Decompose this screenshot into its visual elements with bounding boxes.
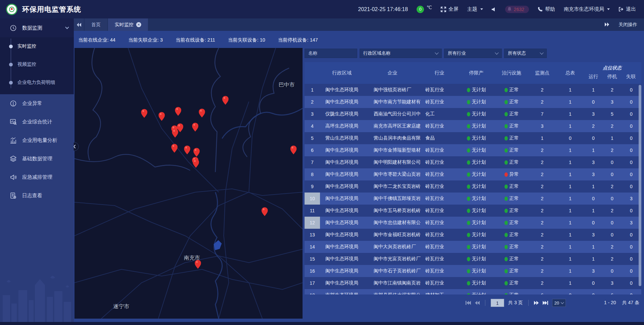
point-sub-header-2[interactable]: 失联: [622, 71, 640, 83]
map-marker-icon[interactable]: [195, 260, 201, 270]
table-row[interactable]: 1阆中生态环境局阆中强锐页岩砖厂砖瓦行业无计划正常21120: [305, 84, 641, 96]
sidebar-item-0[interactable]: 数据监测: [0, 18, 74, 37]
map-panel[interactable]: 巴中市南充市遂宁市: [74, 48, 303, 319]
map-marker-icon[interactable]: [171, 144, 177, 154]
close-icon[interactable]: ✕: [136, 22, 141, 27]
map-marker-icon[interactable]: [290, 146, 297, 156]
tabs-scroll-left-button[interactable]: [74, 18, 84, 31]
table-row[interactable]: 17阆中生态环境局阆中市江南镇阆南页岩砖瓦行业无计划正常21030: [305, 277, 641, 289]
mute-button[interactable]: [492, 7, 496, 12]
pagination-bar: 1 共 3 页 20 1 - 20 共 47 条: [305, 295, 641, 310]
map-marker-icon[interactable]: [175, 107, 181, 117]
theme-dropdown[interactable]: 主题: [467, 6, 483, 12]
map-marker-icon[interactable]: [172, 129, 178, 139]
sidebar-subitem-0-0[interactable]: 实时监控: [0, 37, 74, 55]
sidebar-subitem-0-2[interactable]: 企业电力负荷明细: [0, 73, 74, 92]
table-row[interactable]: 11阆中生态环境局阆中市五马桥页岩机砖砖瓦行业无计划正常21120: [305, 205, 641, 217]
table-row[interactable]: 15阆中生态环境局阆中市光富页岩机砖厂砖瓦行业无计划正常21120: [305, 253, 641, 265]
last-page-button[interactable]: [543, 301, 548, 305]
fullscreen-button[interactable]: 全屏: [441, 6, 459, 12]
map-marker-icon[interactable]: [199, 109, 205, 119]
table-row[interactable]: 12阆中生态环境局阆中市忠信建材有限公砖瓦行业无计划正常21003: [305, 217, 641, 229]
tabs-scroll-right-button[interactable]: [605, 22, 609, 28]
logout-button[interactable]: 退出: [619, 6, 636, 12]
map-marker-icon[interactable]: [141, 109, 148, 119]
table-scrollbar[interactable]: [639, 85, 641, 286]
table-row[interactable]: 10阆中生态环境局阆中千佛镇五郎垭页岩砖瓦行业无计划正常21003: [305, 193, 641, 205]
sidebar-item-label: 日志查看: [22, 193, 42, 199]
status-dot-icon: [504, 197, 508, 201]
sidebar-item-4[interactable]: 基础数据管理: [0, 150, 74, 168]
cell-industry: 砖瓦行业: [421, 144, 458, 156]
sidebar-subitem-0-1[interactable]: 视频监控: [0, 55, 74, 73]
industry-filter-select[interactable]: 所有行业: [444, 49, 502, 58]
tab-1[interactable]: 实时监控✕: [108, 18, 148, 31]
table-row[interactable]: 9阆中生态环境局阆中市二龙长宝页岩砖砖瓦行业无计划正常21120: [305, 180, 641, 193]
column-header-3[interactable]: 停限产: [458, 62, 495, 84]
temperature-unit: ℃: [427, 5, 432, 10]
map-marker-icon[interactable]: [193, 148, 200, 158]
sidebar-item-1[interactable]: 企业异常: [0, 94, 74, 113]
cell-company: 阆中千佛镇五郎垭页岩: [364, 193, 421, 205]
column-header-2[interactable]: 行业: [421, 62, 458, 84]
chevron-down-icon: [540, 51, 543, 54]
help-button[interactable]: 帮助: [538, 6, 555, 12]
map-marker-icon[interactable]: [193, 159, 199, 169]
right-panel: 名称 行政区域名称 所有行业 所有状态 行政区域企业行业停限产治污设施监测点总表…: [305, 48, 641, 313]
table-row[interactable]: 18南部生态环境局南部县双佳水泥有限公建材加工无计划正常60060: [305, 289, 641, 294]
sidebar-item-6[interactable]: 日志查看: [0, 186, 74, 205]
map-marker-icon[interactable]: [192, 123, 198, 133]
org-dropdown[interactable]: 南充市生态环境局: [564, 6, 610, 12]
column-header-0[interactable]: 行政区域: [320, 62, 364, 84]
table-row[interactable]: 5营山生态环境局营山县润丰肉食品有限食品无计划正常10010: [305, 132, 641, 144]
cell-total-meter: 1: [556, 156, 584, 168]
sidebar-item-5[interactable]: 应急减排管理: [0, 168, 74, 186]
region-filter-select[interactable]: 行政区域名称: [360, 49, 442, 58]
cell-run-count: 2: [584, 120, 603, 132]
cell-stop-count: 2: [603, 205, 622, 217]
column-header-4[interactable]: 治污设施: [495, 62, 528, 84]
cell-total-meter: 1: [556, 120, 584, 132]
tab-0[interactable]: 首页: [85, 18, 107, 31]
page-number-input[interactable]: 1: [491, 299, 504, 307]
table-row[interactable]: 8阆中生态环境局阆中市枣碧大梁山页岩砖瓦行业无计划异常21300: [305, 168, 641, 180]
table-row[interactable]: 3仪陇生态环境局西南油气田分公司川中化工无计划正常71350: [305, 108, 641, 120]
first-page-button[interactable]: [466, 301, 471, 305]
table-row[interactable]: 16阆中生态环境局阆中市石子页岩机砖厂砖瓦行业无计划正常21300: [305, 265, 641, 277]
tab-label: 首页: [91, 22, 101, 28]
column-header-5[interactable]: 监测点: [528, 62, 556, 84]
point-sub-header-1[interactable]: 停机: [603, 71, 622, 83]
cell-region: 高坪生态环境局: [320, 120, 364, 132]
prev-page-button[interactable]: [475, 301, 480, 305]
status-dot-icon: [467, 172, 470, 177]
column-header-1[interactable]: 企业: [364, 62, 421, 84]
map-marker-icon[interactable]: [158, 112, 165, 122]
status-dot-icon: [467, 88, 470, 92]
map-marker-icon[interactable]: [222, 96, 229, 106]
cell-stop-count: 3: [603, 96, 622, 108]
table-row[interactable]: 14阆中生态环境局阆中大兴页岩机砖厂砖瓦行业无计划正常21120: [305, 241, 641, 253]
page-size-select[interactable]: 20: [552, 299, 566, 307]
name-filter-input[interactable]: 名称: [305, 49, 357, 58]
close-operations-button[interactable]: 关闭操作: [619, 22, 637, 28]
point-sub-header-0[interactable]: 运行: [584, 71, 603, 83]
sidebar-subitem-label: 企业电力负荷明细: [17, 79, 55, 86]
cell-company: 阆中市二龙长宝页岩砖: [364, 180, 421, 193]
table-row[interactable]: 7阆中生态环境局阆中明阳建材有限公司砖瓦行业无计划正常21300: [305, 156, 641, 168]
next-page-button[interactable]: [534, 301, 539, 305]
sidebar-item-3[interactable]: 企业用电量分析: [0, 131, 74, 150]
status-filter-select[interactable]: 所有状态: [504, 49, 547, 58]
notification-badge[interactable]: 2632: [505, 6, 529, 13]
cell-total-meter: 1: [556, 144, 584, 156]
table-row[interactable]: 2阆中生态环境局阆中市南方节能建材有砖瓦行业无计划正常21030: [305, 96, 641, 108]
range-label: 1 - 20: [604, 300, 616, 306]
sidebar-item-2[interactable]: 企业综合统计: [0, 113, 74, 131]
table-row[interactable]: 6阆中生态环境局阆中市金博瑞新型墙材砖瓦行业无计划正常21120: [305, 144, 641, 156]
column-header-6[interactable]: 总表: [556, 62, 584, 84]
sidebar-item-label: 企业综合统计: [22, 119, 52, 125]
table-row[interactable]: 4高坪生态环境局南充市高坪区王家店建砖瓦行业无计划正常31220: [305, 120, 641, 132]
cell-total-meter: 1: [556, 108, 584, 120]
table-row[interactable]: 13阆中生态环境局阆中市金福旺页岩机砖砖瓦行业无计划正常21300: [305, 229, 641, 241]
map-marker-icon[interactable]: [262, 207, 268, 217]
map-marker-icon[interactable]: [184, 146, 190, 156]
